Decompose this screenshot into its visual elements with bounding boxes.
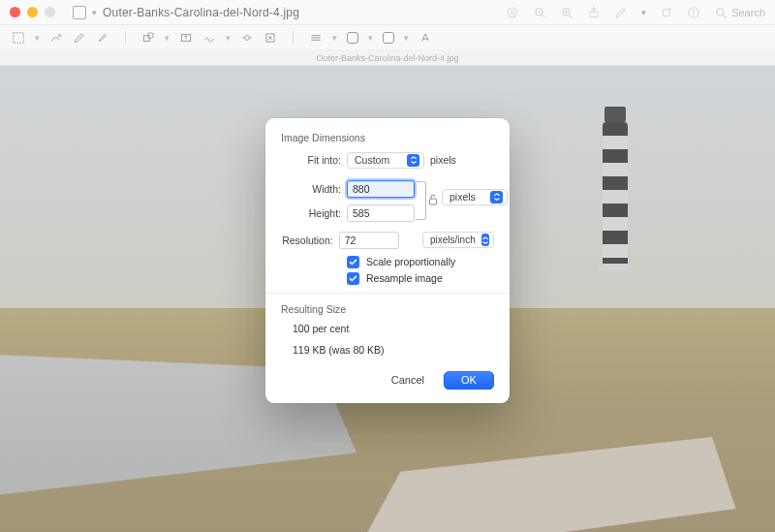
resample-image-label: Resample image — [366, 272, 443, 284]
checkbox-checked-icon — [347, 256, 359, 268]
select-caret-icon — [481, 234, 489, 246]
dimensions-group: Width: 880 Height: 585 pixels — [281, 175, 494, 232]
resolution-input[interactable]: 72 — [339, 232, 399, 249]
resulting-size-title: Resulting Size — [281, 303, 494, 315]
fit-into-unit: pixels — [430, 154, 456, 166]
dialog-backdrop: Image Dimensions Fit into: Custom pixels… — [0, 0, 775, 532]
resample-image-row[interactable]: Resample image — [347, 272, 494, 285]
lock-open-icon[interactable] — [427, 193, 439, 208]
checkbox-checked-icon — [347, 272, 359, 285]
dim-unit-select[interactable]: pixels — [442, 189, 508, 205]
cancel-button[interactable]: Cancel — [382, 371, 434, 390]
result-percent: 100 per cent — [293, 323, 494, 334]
divider — [265, 293, 510, 294]
resolution-unit-value: pixels/inch — [430, 235, 476, 245]
height-input[interactable]: 585 — [347, 204, 415, 222]
fit-into-select[interactable]: Custom — [347, 152, 424, 169]
scale-proportionally-label: Scale proportionally — [366, 256, 455, 267]
fit-into-row: Fit into: Custom pixels — [281, 152, 494, 169]
height-label: Height: — [281, 207, 341, 219]
select-caret-icon — [407, 154, 419, 167]
width-input[interactable]: 880 — [347, 180, 415, 198]
scale-proportionally-row[interactable]: Scale proportionally — [347, 256, 494, 268]
image-dimensions-dialog: Image Dimensions Fit into: Custom pixels… — [265, 118, 510, 403]
fit-into-label: Fit into: — [281, 154, 341, 166]
fit-into-value: Custom — [355, 154, 389, 166]
resolution-unit-select[interactable]: pixels/inch — [422, 232, 494, 248]
dim-unit-value: pixels — [450, 191, 476, 203]
dimension-link-bracket — [417, 181, 426, 220]
select-caret-icon — [490, 191, 503, 203]
result-size: 119 KB (was 80 KB) — [293, 344, 494, 356]
resolution-label: Resolution: — [281, 235, 333, 246]
resolution-row: Resolution: 72 pixels/inch — [281, 232, 494, 249]
dialog-buttons: Cancel OK — [281, 371, 494, 390]
width-label: Width: — [281, 183, 341, 195]
ok-button[interactable]: OK — [444, 371, 494, 390]
svg-rect-28 — [430, 199, 437, 204]
dialog-title: Image Dimensions — [281, 132, 494, 143]
